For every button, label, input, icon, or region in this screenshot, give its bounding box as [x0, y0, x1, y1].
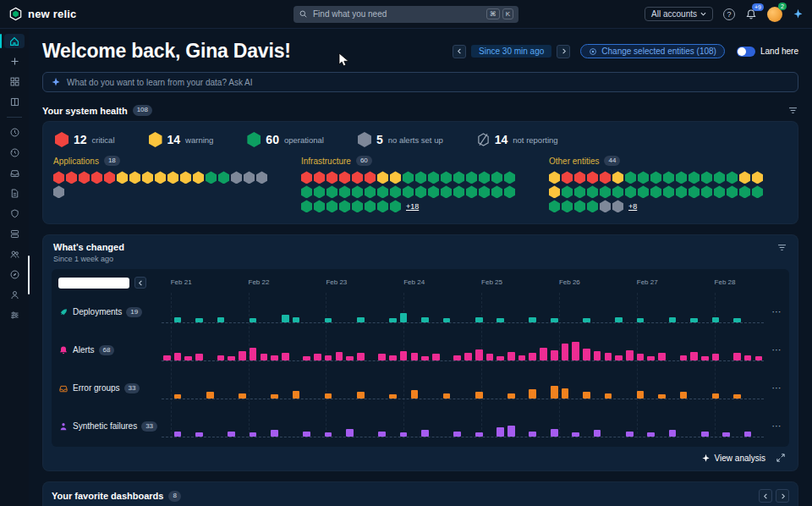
- entity-hexagon[interactable]: [377, 171, 388, 184]
- entity-hexagon[interactable]: [574, 185, 585, 198]
- sidebar-item-clock[interactable]: [4, 125, 25, 140]
- entity-hexagon[interactable]: [587, 171, 598, 184]
- entity-hexagon[interactable]: [403, 185, 414, 198]
- entity-hexagon[interactable]: [491, 185, 502, 198]
- ai-sparkle-icon[interactable]: [793, 8, 804, 19]
- sidebar-resize-handle[interactable]: [28, 256, 30, 294]
- entity-hexagon[interactable]: [479, 171, 490, 184]
- entity-hexagon[interactable]: [390, 185, 401, 198]
- entity-hexagon[interactable]: [600, 171, 611, 184]
- entity-hexagon[interactable]: [53, 171, 64, 184]
- entity-hexagon[interactable]: [428, 171, 439, 184]
- sidebar-item-book[interactable]: [4, 95, 25, 109]
- entity-hexagon[interactable]: [714, 171, 725, 184]
- entity-hexagon[interactable]: [676, 185, 687, 198]
- entity-hexagon[interactable]: [180, 171, 191, 184]
- entity-hexagon[interactable]: [390, 171, 401, 184]
- notifications-button[interactable]: +9: [745, 8, 757, 20]
- entity-hexagon[interactable]: [301, 200, 312, 212]
- entity-hexagon[interactable]: [403, 171, 414, 184]
- entity-hexagon[interactable]: [314, 200, 325, 212]
- accounts-dropdown[interactable]: All accounts: [645, 7, 713, 21]
- entity-hexagon[interactable]: [352, 171, 363, 184]
- entity-hexagon[interactable]: [415, 171, 426, 184]
- ask-ai-input[interactable]: What do you want to learn from your data…: [42, 72, 798, 92]
- entity-hexagon[interactable]: [739, 171, 750, 184]
- entity-hexagon[interactable]: [339, 185, 350, 198]
- show-more-link[interactable]: +18: [406, 202, 419, 211]
- entity-hexagon[interactable]: [549, 200, 560, 212]
- sidebar-item-users[interactable]: [4, 247, 25, 261]
- change-entities-button[interactable]: Change selected entities (108): [580, 44, 725, 58]
- entity-hexagon[interactable]: [587, 185, 598, 198]
- user-avatar[interactable]: 2: [767, 7, 782, 22]
- entity-hexagon[interactable]: [701, 171, 712, 184]
- group-title[interactable]: Other entities: [549, 157, 599, 166]
- entity-hexagon[interactable]: [206, 171, 217, 184]
- entity-hexagon[interactable]: [256, 171, 267, 184]
- entity-hexagon[interactable]: [365, 200, 376, 212]
- entity-hexagon[interactable]: [562, 185, 573, 198]
- entity-hexagon[interactable]: [600, 200, 611, 212]
- entity-hexagon[interactable]: [314, 171, 325, 184]
- time-range-picker[interactable]: Since 30 min ago: [471, 45, 551, 58]
- entity-hexagon[interactable]: [650, 185, 661, 198]
- entity-hexagon[interactable]: [479, 185, 490, 198]
- row-menu-button[interactable]: ⋯: [764, 344, 789, 355]
- entity-hexagon[interactable]: [365, 185, 376, 198]
- entity-hexagon[interactable]: [663, 185, 674, 198]
- entity-hexagon[interactable]: [625, 171, 636, 184]
- favorites-prev-button[interactable]: [759, 489, 772, 503]
- entity-hexagon[interactable]: [428, 185, 439, 198]
- sidebar-item-home[interactable]: [4, 34, 25, 48]
- entity-hexagon[interactable]: [466, 171, 477, 184]
- sidebar-item-doc[interactable]: [4, 186, 25, 201]
- sidebar-item-shield[interactable]: [4, 206, 25, 221]
- sidebar-item-inbox[interactable]: [4, 166, 25, 180]
- entity-hexagon[interactable]: [574, 171, 585, 184]
- entity-hexagon[interactable]: [689, 185, 700, 198]
- entity-hexagon[interactable]: [377, 185, 388, 198]
- entity-hexagon[interactable]: [415, 185, 426, 198]
- entity-hexagon[interactable]: [79, 171, 90, 184]
- time-back-button[interactable]: [453, 45, 466, 58]
- global-search[interactable]: Find what you need ⌘ K: [294, 6, 518, 23]
- entity-hexagon[interactable]: [562, 171, 573, 184]
- help-icon[interactable]: ?: [723, 8, 735, 20]
- entity-hexagon[interactable]: [365, 171, 376, 184]
- entity-hexagon[interactable]: [727, 185, 738, 198]
- entity-hexagon[interactable]: [504, 185, 515, 198]
- entity-hexagon[interactable]: [453, 171, 464, 184]
- entity-hexagon[interactable]: [167, 171, 178, 184]
- entity-hexagon[interactable]: [377, 200, 388, 212]
- entity-hexagon[interactable]: [326, 185, 337, 198]
- entity-hexagon[interactable]: [244, 171, 255, 184]
- time-forward-button[interactable]: [557, 45, 570, 58]
- view-analysis-button[interactable]: View analysis: [701, 454, 765, 463]
- entity-hexagon[interactable]: [638, 185, 649, 198]
- group-title[interactable]: Applications: [53, 157, 99, 166]
- entity-hexagon[interactable]: [549, 185, 560, 198]
- entity-hexagon[interactable]: [491, 171, 502, 184]
- entity-hexagon[interactable]: [441, 171, 452, 184]
- entity-hexagon[interactable]: [466, 185, 477, 198]
- row-menu-button[interactable]: ⋯: [764, 421, 789, 432]
- entity-hexagon[interactable]: [104, 171, 115, 184]
- entity-hexagon[interactable]: [314, 185, 325, 198]
- entity-hexagon[interactable]: [752, 171, 763, 184]
- entity-hexagon[interactable]: [326, 171, 337, 184]
- entity-hexagon[interactable]: [727, 171, 738, 184]
- entity-hexagon[interactable]: [650, 171, 661, 184]
- sidebar-item-sliders[interactable]: [4, 308, 25, 322]
- filter-icon[interactable]: [787, 105, 798, 116]
- entity-hexagon[interactable]: [390, 200, 401, 212]
- sidebar-item-plus[interactable]: [4, 54, 25, 69]
- entity-hexagon[interactable]: [676, 171, 687, 184]
- land-here-toggle[interactable]: [737, 47, 755, 57]
- sidebar-item-stack[interactable]: [4, 227, 25, 241]
- entity-hexagon[interactable]: [574, 200, 585, 212]
- entity-hexagon[interactable]: [339, 171, 350, 184]
- entity-hexagon[interactable]: [663, 171, 674, 184]
- entity-hexagon[interactable]: [638, 171, 649, 184]
- entity-hexagon[interactable]: [339, 200, 350, 212]
